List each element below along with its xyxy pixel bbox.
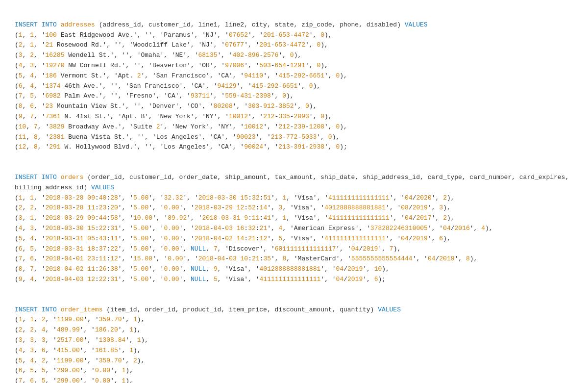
number-value: 12: [110, 255, 118, 262]
number-value: 3: [42, 336, 46, 344]
number-value: 0.00: [164, 204, 179, 211]
number-value: 3: [30, 336, 34, 344]
number-value: 0.00: [164, 245, 179, 253]
number-value: 04: [64, 265, 72, 273]
row-addresses-11: (12, 8, '291 W. Hollywood Blvd.', '', 'L…: [15, 142, 573, 153]
number-value: 2: [443, 214, 447, 222]
number-value: 0.00: [164, 225, 179, 232]
number-value: 94110: [244, 72, 263, 79]
number-value: 11: [87, 265, 95, 273]
number-value: 6651: [282, 82, 297, 90]
table-name-addresses: addresses: [61, 21, 95, 28]
number-value: 4: [19, 62, 23, 69]
row-addresses-1: (2, 1, '21 Rosewood Rd.', '', 'Woodcliff…: [15, 40, 573, 51]
number-value: 31: [110, 225, 118, 232]
number-value: 03: [64, 214, 72, 222]
number-value: 37: [99, 245, 107, 253]
number-value: 2: [19, 41, 23, 49]
number-value: 03: [64, 204, 72, 211]
number-value: 559: [225, 92, 236, 100]
number-value: 1: [122, 367, 126, 374]
number-value: 02: [76, 265, 84, 273]
number-value: 9: [19, 276, 23, 283]
number-value: 4111111111111111: [328, 214, 390, 222]
number-value: 41: [263, 214, 271, 222]
null-keyword: NULL: [191, 245, 206, 253]
number-value: 5: [30, 92, 34, 100]
number-value: 3: [30, 225, 34, 232]
number-value: 40: [99, 194, 107, 202]
number-value: 04: [214, 235, 221, 242]
number-value: 7: [19, 92, 23, 100]
number-value: 653: [275, 41, 286, 49]
number-value: 04: [401, 235, 409, 242]
row-addresses-7: (8, 6, '23 Mountain View St.', '', 'Denv…: [15, 102, 573, 112]
number-value: 4: [30, 72, 34, 79]
number-value: 391: [294, 143, 305, 151]
number-value: 1: [19, 31, 23, 39]
number-value: 09: [87, 194, 95, 202]
number-value: 12: [19, 143, 26, 151]
number-value: 896: [248, 51, 259, 59]
number-value: 04: [428, 255, 436, 262]
number-value: 03: [218, 194, 225, 202]
number-value: 07677: [225, 41, 244, 49]
number-value: 4: [481, 225, 485, 232]
number-value: 5.00: [133, 276, 148, 283]
number-value: 03: [229, 255, 237, 262]
number-value: 8: [34, 143, 38, 151]
number-value: 5.00: [133, 225, 148, 232]
section-addresses: INSERT INTO addresses (address_id, custo…: [15, 20, 573, 153]
number-value: 58: [110, 214, 118, 222]
number-value: 8: [282, 255, 286, 262]
number-value: 2018: [45, 245, 60, 253]
number-value: 3: [19, 51, 23, 59]
number-value: 2: [30, 204, 34, 211]
number-value: 10.00: [133, 214, 152, 222]
number-value: 21: [260, 225, 268, 232]
number-value: 1: [137, 336, 141, 344]
number-value: 90023: [237, 133, 256, 141]
number-value: 5555555555554444: [351, 255, 413, 262]
number-value: 7: [30, 113, 34, 120]
number-value: 7: [390, 245, 393, 253]
number-value: 0.00: [164, 265, 179, 273]
number-value: 7: [214, 245, 218, 253]
number-value: 431: [240, 92, 251, 100]
number-value: 03: [64, 245, 72, 253]
number-value: 2017: [416, 214, 432, 222]
section-header-orders: INSERT INTO orders (order_id, customer_i…: [15, 173, 573, 193]
number-value: 2: [30, 326, 34, 333]
number-value: 8: [466, 255, 470, 262]
number-value: 378282246310005: [370, 225, 428, 232]
number-value: 503: [259, 62, 270, 69]
number-value: 1: [129, 347, 133, 354]
number-value: 3852: [278, 102, 294, 110]
number-value: 2: [156, 123, 160, 130]
number-value: 292: [267, 82, 278, 90]
columns-order_items: (item_id, order_id, product_id, item_pri…: [102, 306, 378, 313]
number-value: 2018: [198, 194, 214, 202]
number-value: 359.70: [99, 316, 122, 323]
number-value: 2018: [195, 225, 210, 232]
number-value: 2018: [198, 255, 214, 262]
number-value: 3: [30, 62, 34, 69]
number-value: 1: [282, 194, 286, 202]
insert-keyword-order_items: INSERT INTO: [15, 306, 61, 313]
number-value: 6: [374, 276, 378, 283]
number-value: 6: [19, 367, 23, 374]
number-value: 6: [30, 377, 34, 383]
number-value: 7: [19, 255, 23, 262]
section-spacer: [15, 295, 573, 305]
number-value: 2018: [45, 204, 60, 211]
row-addresses-10: (11, 8, '2381 Buena Vista St.', '', 'Los…: [15, 132, 573, 143]
number-value: 4472: [294, 31, 309, 39]
table-name-orders: orders: [61, 174, 84, 181]
number-value: 186.20: [95, 326, 118, 333]
number-value: 03: [76, 276, 84, 283]
number-value: 28: [110, 194, 118, 202]
number-value: 2018: [45, 194, 60, 202]
number-value: 6: [30, 102, 34, 110]
number-value: 2019: [347, 265, 363, 273]
number-value: 0: [309, 82, 313, 90]
